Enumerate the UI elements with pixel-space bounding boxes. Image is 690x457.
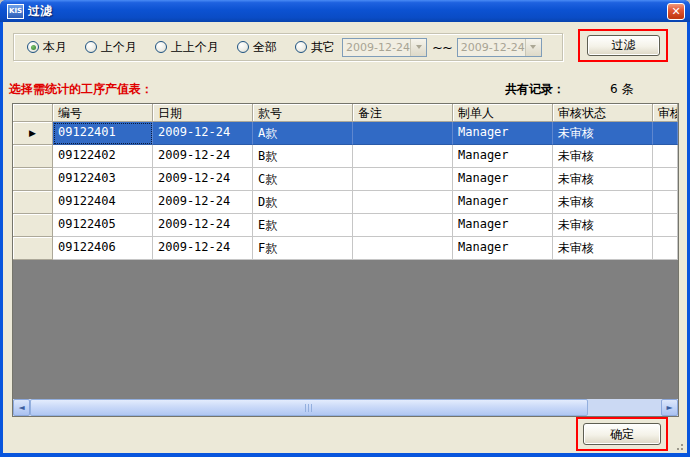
table-cell[interactable]: 2009-12-24 — [153, 145, 253, 168]
table-cell[interactable] — [353, 214, 453, 237]
table-cell[interactable]: B款 — [253, 145, 353, 168]
horizontal-scrollbar[interactable]: ◄ ► — [13, 399, 678, 416]
column-header[interactable]: 制单人 — [453, 104, 553, 122]
date-range-separator: ~~ — [432, 40, 452, 55]
table-cell[interactable]: 09122404 — [53, 191, 153, 214]
table-cell[interactable]: 未审核 — [553, 145, 653, 168]
radio-this-month[interactable]: 本月 — [27, 39, 67, 56]
chevron-down-icon[interactable] — [525, 39, 541, 56]
radio-label: 上个月 — [101, 39, 137, 56]
table-cell[interactable]: 2009-12-24 — [153, 122, 253, 145]
table-row[interactable]: 091224062009-12-24F款Manager未审核 — [13, 237, 678, 260]
radio-icon[interactable] — [155, 41, 167, 53]
row-selector[interactable] — [13, 237, 53, 260]
table-row[interactable]: ▶091224012009-12-24A款Manager未审核 — [13, 122, 678, 145]
row-selector[interactable] — [13, 214, 53, 237]
table-cell[interactable]: 09122403 — [53, 168, 153, 191]
radio-icon[interactable] — [237, 41, 249, 53]
column-header[interactable]: 审核状态 — [553, 104, 653, 122]
radio-icon[interactable] — [85, 41, 97, 53]
table-cell[interactable] — [353, 122, 453, 145]
table-cell[interactable]: Manager — [453, 168, 553, 191]
row-selector[interactable] — [13, 145, 53, 168]
scrollbar-grip — [305, 404, 314, 412]
table-cell[interactable]: 09122405 — [53, 214, 153, 237]
table-cell[interactable]: E款 — [253, 214, 353, 237]
row-selector[interactable] — [13, 168, 53, 191]
table-cell[interactable]: 2009-12-24 — [153, 214, 253, 237]
table-cell[interactable] — [353, 145, 453, 168]
column-header[interactable]: 审核 — [653, 104, 678, 122]
date-from-combo[interactable]: 2009-12-24 — [342, 38, 427, 57]
scroll-right-icon[interactable]: ► — [661, 399, 678, 416]
table-cell[interactable] — [653, 214, 678, 237]
table-cell[interactable] — [353, 237, 453, 260]
record-count-label: 共有记录： — [505, 81, 565, 98]
window-title: 过滤 — [28, 3, 52, 20]
table-cell[interactable]: 2009-12-24 — [153, 237, 253, 260]
table-row[interactable]: 091224042009-12-24D款Manager未审核 — [13, 191, 678, 214]
radio-last-month[interactable]: 上个月 — [85, 39, 137, 56]
close-icon[interactable]: ✕ — [667, 3, 685, 20]
resize-grip[interactable] — [671, 438, 684, 451]
selected-row-marker-icon[interactable]: ▶ — [13, 122, 53, 145]
table-cell[interactable]: 09122402 — [53, 145, 153, 168]
table-cell[interactable]: C款 — [253, 168, 353, 191]
column-header[interactable]: 备注 — [353, 104, 453, 122]
table-cell[interactable]: 未审核 — [553, 237, 653, 260]
date-from-value: 2009-12-24 — [343, 41, 410, 54]
table-cell[interactable] — [653, 237, 678, 260]
records-grid: 编号日期款号备注制单人审核状态审核 ▶091224012009-12-24A款M… — [12, 103, 679, 417]
table-cell[interactable]: 2009-12-24 — [153, 191, 253, 214]
date-to-combo[interactable]: 2009-12-24 — [457, 38, 542, 57]
radio-all[interactable]: 全部 — [237, 39, 277, 56]
row-selector[interactable] — [13, 191, 53, 214]
table-cell[interactable]: 09122406 — [53, 237, 153, 260]
table-cell[interactable]: 未审核 — [553, 214, 653, 237]
table-cell[interactable] — [653, 191, 678, 214]
grid-empty-area — [13, 260, 678, 399]
table-row[interactable]: 091224032009-12-24C款Manager未审核 — [13, 168, 678, 191]
filter-button[interactable]: 过滤 — [587, 35, 660, 56]
radio-label: 其它 — [311, 39, 335, 56]
column-header[interactable]: 日期 — [153, 104, 253, 122]
ok-button[interactable]: 确定 — [583, 423, 661, 445]
column-header[interactable]: 编号 — [53, 104, 153, 122]
radio-other[interactable]: 其它 — [295, 39, 335, 56]
table-cell[interactable] — [353, 191, 453, 214]
date-to-value: 2009-12-24 — [458, 41, 525, 54]
app-icon: KIS — [7, 4, 24, 19]
table-cell[interactable]: 未审核 — [553, 168, 653, 191]
radio-icon[interactable] — [295, 41, 307, 53]
dialog-client-area: 本月 上个月 上上个月 全部 其它 2009-12-24 ~~ — [3, 22, 687, 453]
table-cell[interactable]: Manager — [453, 145, 553, 168]
table-cell[interactable]: A款 — [253, 122, 353, 145]
title-bar[interactable]: KIS 过滤 ✕ — [0, 0, 690, 22]
table-cell[interactable]: 未审核 — [553, 191, 653, 214]
scroll-left-icon[interactable]: ◄ — [13, 399, 30, 416]
radio-label: 上上个月 — [171, 39, 219, 56]
radio-icon[interactable] — [27, 41, 39, 53]
radio-month-before-last[interactable]: 上上个月 — [155, 39, 219, 56]
table-cell[interactable]: Manager — [453, 237, 553, 260]
table-cell[interactable] — [353, 168, 453, 191]
grid-header-row: 编号日期款号备注制单人审核状态审核 — [13, 104, 678, 122]
table-row[interactable]: 091224052009-12-24E款Manager未审核 — [13, 214, 678, 237]
table-cell[interactable]: D款 — [253, 191, 353, 214]
row-selector-header — [13, 104, 53, 122]
chevron-down-icon[interactable] — [410, 39, 426, 56]
table-cell[interactable] — [653, 122, 678, 145]
scrollbar-thumb[interactable] — [30, 399, 588, 416]
table-cell[interactable] — [653, 145, 678, 168]
table-cell[interactable]: 09122401 — [53, 122, 153, 145]
table-row[interactable]: 091224022009-12-24B款Manager未审核 — [13, 145, 678, 168]
table-cell[interactable]: F款 — [253, 237, 353, 260]
table-cell[interactable]: Manager — [453, 214, 553, 237]
table-cell[interactable]: 未审核 — [553, 122, 653, 145]
column-header[interactable]: 款号 — [253, 104, 353, 122]
table-cell[interactable]: Manager — [453, 191, 553, 214]
table-cell[interactable]: Manager — [453, 122, 553, 145]
table-cell[interactable]: 2009-12-24 — [153, 168, 253, 191]
table-cell[interactable] — [653, 168, 678, 191]
prompt-label: 选择需统计的工序产值表： — [9, 81, 153, 98]
